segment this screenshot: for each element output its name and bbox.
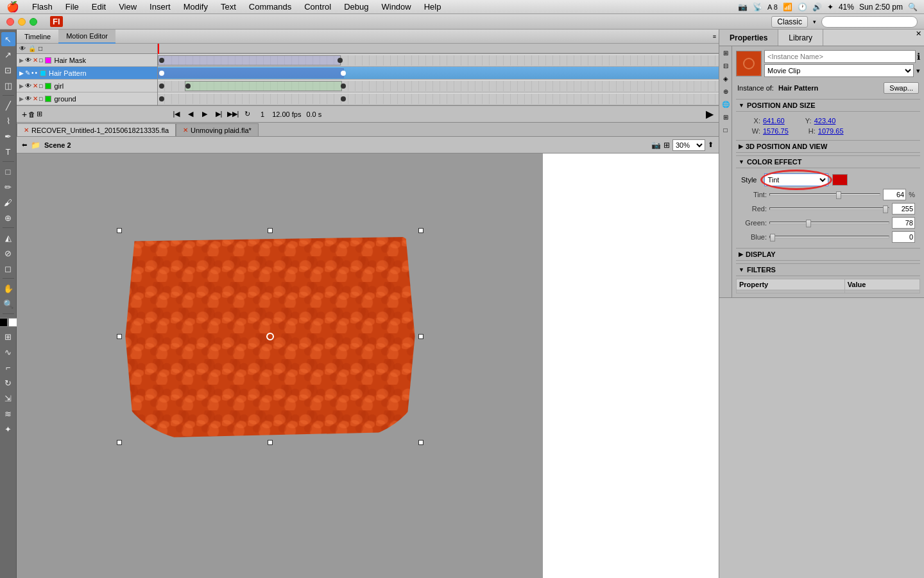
section-display[interactable]: ▶ DISPLAY [736,248,920,261]
go-to-start-btn[interactable]: |◀ [171,109,182,120]
menu-debug[interactable]: Debug [338,2,375,12]
menu-commands[interactable]: Commands [243,2,298,12]
menu-control[interactable]: Control [298,2,338,12]
hand-tool[interactable]: ✋ [1,281,15,295]
canvas-viewport[interactable] [17,153,719,578]
close-button[interactable] [6,18,14,26]
green-slider[interactable] [769,222,889,224]
delete-layer-btn[interactable]: 🗑 [28,110,35,118]
zoom-expand-btn[interactable]: ⬆ [708,141,714,149]
lock-icon-ground[interactable]: ✕ [33,95,38,102]
search-input[interactable] [821,16,918,28]
tab-motion-editor[interactable]: Motion Editor [58,30,116,44]
free-transform-tool[interactable]: ⊡ [1,63,15,77]
rotate-tool[interactable]: ↻ [1,376,15,390]
right-icon-5[interactable]: 🌐 [719,98,732,110]
handle-bottom-left[interactable] [117,440,122,445]
handle-middle-right[interactable] [418,334,424,339]
lasso-tool[interactable]: ⌇ [1,114,15,128]
play-btn[interactable]: ▶ [199,109,210,120]
handle-top-left[interactable] [117,228,122,233]
tab-library[interactable]: Library [778,30,823,46]
maximize-button[interactable] [30,18,37,26]
eraser-tool[interactable]: ◻ [1,261,15,276]
lock-icon-mask[interactable]: ✕ [33,57,38,64]
back-icon[interactable]: ⬅ [22,141,27,148]
tint-color-swatch[interactable] [832,174,848,186]
pencil-tool[interactable]: ✏ [1,180,15,194]
tab-timeline[interactable]: Timeline [17,30,58,44]
right-icon-3[interactable]: ◈ [719,72,732,85]
handle-top-right[interactable] [418,228,424,233]
menu-edit[interactable]: Edit [85,2,112,12]
blue-slider[interactable] [769,236,889,238]
menu-text[interactable]: Text [214,2,243,12]
section-position-size[interactable]: ▼ POSITION AND SIZE [736,99,920,112]
tab-close-icon-2[interactable]: ✕ [183,127,188,134]
layer-props-btn[interactable]: ⊞ [37,110,42,118]
stroke-color[interactable] [0,318,8,327]
layer-row-hair-pattern[interactable]: ▶ ✎ • • Hair Pattern [17,67,157,80]
menu-window[interactable]: Window [375,2,417,12]
tab-close-icon-1[interactable]: ✕ [24,127,29,134]
hair-pattern-shape[interactable] [119,231,421,442]
gradient-tool[interactable]: ◫ [1,78,15,92]
outline-icon-girl[interactable]: □ [39,83,42,89]
section-color-effect[interactable]: ▼ COLOR EFFECT [736,155,920,168]
smooth-tool[interactable]: ∿ [1,345,15,359]
minimize-button[interactable] [18,18,26,26]
layer-row-ground[interactable]: ▶ 👁 ✕ □ ground [17,92,157,105]
layer-row-hair-mask[interactable]: ▶ 👁 ✕ □ Hair Mask [17,54,157,67]
zoom-select[interactable]: 30% 50% 100% [672,139,705,151]
blue-input[interactable] [892,231,915,243]
scale-tool[interactable]: ⇲ [1,391,15,405]
section-3d-position[interactable]: ▶ 3D POSITION AND VIEW [736,140,920,153]
w-value[interactable]: 1576.75 [763,127,789,135]
red-thumb[interactable] [883,206,888,213]
spotlight-icon[interactable]: 🔍 [908,3,918,12]
step-back-btn[interactable]: ◀ [185,109,196,120]
zoom-tool[interactable]: 🔍 [1,297,15,311]
blue-thumb[interactable] [770,234,775,241]
file-tab-recover[interactable]: ✕ RECOVER_Untitled-1_20150618213335.fla [17,123,176,136]
handle-middle-left[interactable] [117,334,122,339]
pen-tool[interactable]: ✒ [1,129,15,143]
bone-tool[interactable]: ✦ [1,422,15,436]
tint-input[interactable] [883,189,906,200]
handle-bottom-right[interactable] [418,440,424,445]
eye-icon-pattern[interactable]: ✎ [25,69,30,76]
add-layer-btn[interactable]: + [22,109,27,119]
frame-block-girl[interactable] [185,81,342,91]
tint-slider[interactable] [769,193,880,196]
collapse-timeline[interactable]: ≡ [713,33,716,40]
red-slider[interactable] [769,207,889,210]
menu-flash[interactable]: Flash [26,2,59,12]
x-value[interactable]: 641.60 [763,117,785,125]
snap-tool[interactable]: ⊞ [1,329,15,344]
handle-top-middle[interactable] [268,228,273,233]
menu-help[interactable]: Help [418,2,448,12]
text-tool[interactable]: T [1,144,15,159]
green-input[interactable] [892,217,915,229]
outline-icon-mask[interactable]: □ [39,57,42,64]
straighten-tool[interactable]: ⌐ [1,360,15,374]
red-input[interactable] [892,203,915,215]
instance-name-input[interactable] [764,50,916,63]
section-filters[interactable]: ▼ FILTERS [736,263,920,276]
instance-info-icon[interactable]: ℹ [917,51,920,62]
h-value[interactable]: 1079.65 [818,127,844,135]
tint-thumb[interactable] [836,191,841,199]
file-tab-plaid[interactable]: ✕ Unmoving plaid.fla* [176,123,259,136]
classic-button[interactable]: Classic [771,16,808,28]
frame-block-mask[interactable] [158,55,341,66]
right-icon-6[interactable]: ⊞ [719,110,732,123]
clip-type-select[interactable]: Movie Clip Button Graphic [764,64,914,77]
eye-icon-girl[interactable]: 👁 [25,82,31,89]
frame-block-pattern[interactable] [158,68,344,78]
fill-color[interactable] [8,318,17,327]
tint-style-select[interactable]: Tint None Brightness Alpha Advanced [764,173,828,186]
spray-tool[interactable]: ⊕ [1,211,15,225]
line-tool[interactable]: ╱ [1,98,15,112]
subselect-tool[interactable]: ↗ [1,48,15,62]
layer-row-girl[interactable]: ▶ 👁 ✕ □ girl [17,80,157,92]
